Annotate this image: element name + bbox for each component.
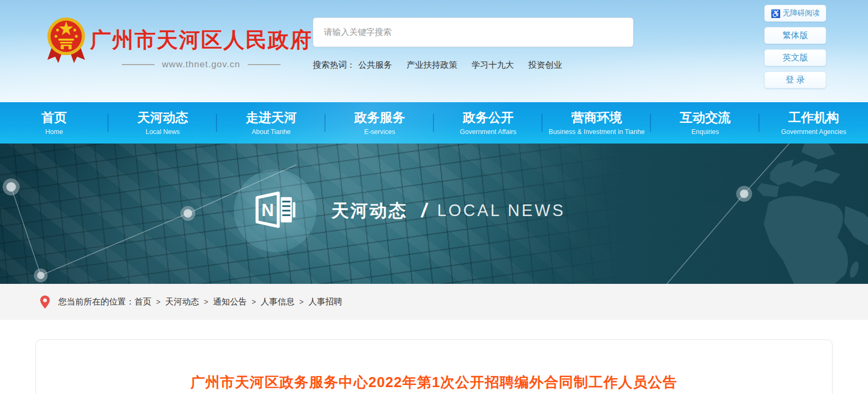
hot-keyword-study[interactable]: 学习十九大 [472, 60, 514, 71]
world-map-silhouette [757, 144, 868, 284]
nav-agencies-en: Government Agencies [781, 128, 846, 136]
article-title: 广州市天河区政务服务中心2022年第1次公开招聘编外合同制工作人员公告 [36, 373, 832, 392]
breadcrumb-personnel-info[interactable]: 人事信息 [261, 297, 295, 308]
hot-search-label: 搜索热词： [313, 60, 355, 71]
svg-text:N: N [261, 201, 274, 220]
national-emblem-icon [47, 16, 86, 65]
breadcrumb-local-news[interactable]: 天河动态 [165, 297, 199, 308]
site-url: www.thnet.gov.cn [162, 59, 240, 70]
search-input[interactable] [313, 17, 634, 47]
hot-keyword-industry-policy[interactable]: 产业扶持政策 [406, 60, 457, 71]
breadcrumb-label: 您当前所在的位置： [58, 297, 134, 308]
breadcrumb-separator: > [204, 298, 208, 306]
traditional-chinese-button[interactable]: 繁体版 [764, 27, 826, 44]
nav-item-government-affairs[interactable]: 政务公开 Government Affairs [434, 102, 542, 144]
nav-item-local-news[interactable]: 天河动态 Local News [108, 102, 217, 144]
nav-item-about-tianhe[interactable]: 走进天河 About Tianhe [217, 102, 326, 144]
section-banner: N 天河动态 / LOCAL NEWS [0, 144, 868, 284]
nav-item-eservices[interactable]: 政务服务 E-services [326, 102, 434, 144]
nav-local-news-en: Local News [146, 128, 180, 136]
breadcrumb: 您当前所在的位置： 首页 > 天河动态 > 通知公告 > 人事信息 > 人事招聘 [0, 284, 868, 320]
location-pin-icon [40, 296, 50, 309]
nav-item-home[interactable]: 首页 Home [0, 102, 108, 144]
banner-content: N 天河动态 / LOCAL NEWS [234, 169, 565, 252]
login-button[interactable]: 登 录 [764, 71, 826, 88]
hot-search-row: 搜索热词： 公共服务 产业扶持政策 学习十九大 投资创业 [313, 60, 634, 71]
accessibility-button[interactable]: ♿ 无障碍阅读 [764, 5, 826, 22]
logo-text: 广州市天河区人民政府 www.thnet.gov.cn [90, 16, 312, 70]
nav-about-en: About Tianhe [252, 128, 291, 136]
breadcrumb-separator: > [300, 298, 304, 306]
breadcrumb-home[interactable]: 首页 [134, 297, 151, 308]
hot-keyword-public-services[interactable]: 公共服务 [358, 60, 392, 71]
nav-business-zh: 营商环境 [572, 110, 622, 126]
nav-eservices-zh: 政务服务 [355, 110, 405, 126]
news-icon-circle: N [234, 169, 317, 252]
banner-slash: / [421, 200, 427, 222]
nav-eservices-en: E-services [364, 128, 395, 136]
nav-home-zh: 首页 [42, 110, 67, 126]
page: 广州市天河区人民政府 www.thnet.gov.cn 搜索热词： 公共服务 产… [0, 0, 868, 394]
nav-business-en: Business & Investment in Tianhe [549, 128, 645, 136]
breadcrumb-separator: > [251, 298, 256, 306]
breadcrumb-notices[interactable]: 通知公告 [213, 297, 247, 308]
nav-about-zh: 走进天河 [246, 110, 297, 126]
nav-enquiries-en: Enquiries [691, 128, 719, 136]
english-version-button[interactable]: 英文版 [764, 49, 826, 66]
news-icon: N [254, 190, 296, 231]
site-url-row: www.thnet.gov.cn [90, 59, 312, 70]
site-logo[interactable]: 广州市天河区人民政府 www.thnet.gov.cn [47, 16, 312, 70]
quick-links: ♿ 无障碍阅读 繁体版 英文版 登 录 [764, 5, 826, 94]
main-nav: 首页 Home 天河动态 Local News 走进天河 About Tianh… [0, 102, 868, 144]
breadcrumb-trail: 您当前所在的位置： 首页 > 天河动态 > 通知公告 > 人事信息 > 人事招聘 [58, 297, 342, 308]
accessibility-label: 无障碍阅读 [783, 8, 820, 18]
search-area: 搜索热词： 公共服务 产业扶持政策 学习十九大 投资创业 [313, 17, 634, 71]
nav-gov-affairs-en: Government Affairs [460, 128, 517, 136]
banner-title-zh: 天河动态 [331, 199, 408, 223]
site-title: 广州市天河区人民政府 [90, 25, 312, 55]
site-header: 广州市天河区人民政府 www.thnet.gov.cn 搜索热词： 公共服务 产… [0, 0, 868, 102]
nav-local-news-zh: 天河动态 [138, 110, 188, 126]
dash-right [248, 64, 281, 65]
nav-home-en: Home [46, 128, 63, 136]
nav-item-government-agencies[interactable]: 工作机构 Government Agencies [760, 102, 868, 144]
main-content: 广州市天河区政务服务中心2022年第1次公开招聘编外合同制工作人员公告 [0, 339, 868, 394]
breadcrumb-separator: > [156, 298, 160, 306]
nav-item-business-environment[interactable]: 营商环境 Business & Investment in Tianhe [542, 102, 651, 144]
banner-title-en: LOCAL NEWS [437, 201, 565, 220]
nav-agencies-zh: 工作机构 [789, 110, 839, 126]
dash-left [122, 64, 155, 65]
nav-gov-affairs-zh: 政务公开 [463, 110, 514, 126]
nav-item-enquiries[interactable]: 互动交流 Enquiries [651, 102, 760, 144]
accessibility-icon: ♿ [771, 10, 781, 17]
article-card: 广州市天河区政务服务中心2022年第1次公开招聘编外合同制工作人员公告 [35, 339, 833, 394]
breadcrumb-recruitment[interactable]: 人事招聘 [309, 297, 342, 308]
hot-keyword-investment[interactable]: 投资创业 [528, 60, 562, 71]
nav-enquiries-zh: 互动交流 [680, 110, 731, 126]
